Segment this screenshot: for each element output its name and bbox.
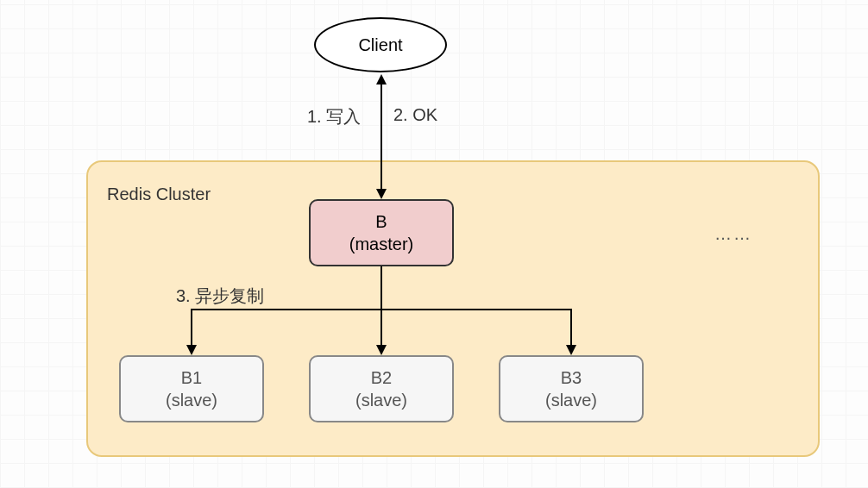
slave-b1-name: B1 bbox=[181, 366, 202, 389]
client-node: Client bbox=[314, 17, 447, 72]
slave-b3-role: (slave) bbox=[545, 389, 597, 411]
slave-b2-name: B2 bbox=[371, 366, 392, 389]
arrow-write-label: 1. 写入 bbox=[307, 105, 361, 128]
arrow-client-master-up bbox=[376, 74, 387, 84]
slave-b2-role: (slave) bbox=[355, 389, 407, 411]
master-role: (master) bbox=[349, 233, 413, 255]
arrow-ok-label: 2. OK bbox=[393, 105, 437, 125]
slave-b3-name: B3 bbox=[561, 366, 582, 389]
cluster-title: Redis Cluster bbox=[107, 185, 211, 204]
slave-b1-role: (slave) bbox=[166, 389, 217, 411]
arrow-client-master-line bbox=[381, 83, 382, 189]
arrow-replicate-label: 3. 异步复制 bbox=[176, 285, 264, 308]
slave-node-b3: B3 (slave) bbox=[499, 355, 644, 422]
slave-node-b1: B1 (slave) bbox=[119, 355, 264, 422]
master-node: B (master) bbox=[309, 199, 454, 266]
client-label: Client bbox=[358, 35, 402, 55]
slave-node-b2: B2 (slave) bbox=[309, 355, 454, 422]
arrow-client-master-down bbox=[376, 189, 387, 199]
cluster-ellipsis: …… bbox=[714, 224, 752, 244]
master-name: B bbox=[375, 210, 387, 233]
